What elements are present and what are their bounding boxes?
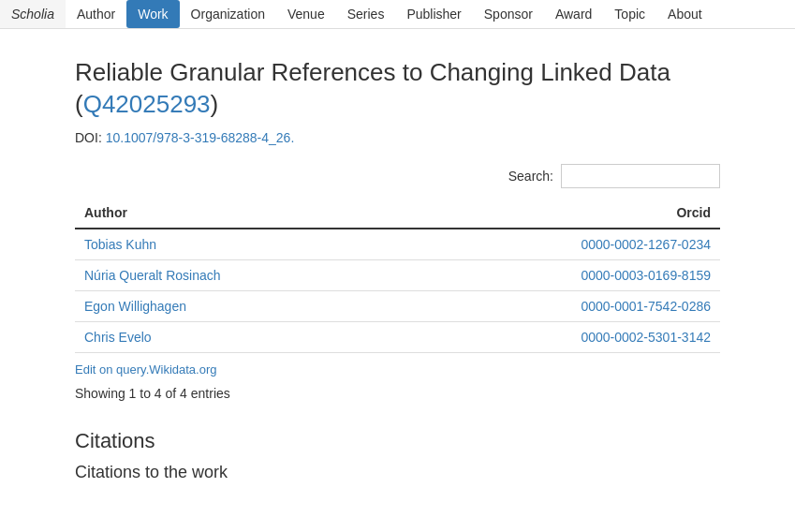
main-content: Reliable Granular References to Changing… bbox=[0, 29, 795, 510]
orcid-link[interactable]: 0000-0001-7542-0286 bbox=[581, 299, 711, 314]
search-label: Search: bbox=[508, 169, 553, 184]
author-link[interactable]: Núria Queralt Rosinach bbox=[84, 268, 221, 283]
author-cell: Egon Willighagen bbox=[75, 290, 405, 321]
table-row: Chris Evelo0000-0002-5301-3142 bbox=[75, 321, 720, 352]
nav-item-about[interactable]: About bbox=[656, 0, 714, 28]
citations-heading: Citations bbox=[75, 429, 720, 453]
orcid-link[interactable]: 0000-0003-0169-8159 bbox=[581, 268, 711, 283]
nav-item-publisher[interactable]: Publisher bbox=[395, 0, 472, 28]
main-nav: ScholiaAuthorWorkOrganizationVenueSeries… bbox=[0, 0, 795, 29]
nav-item-series[interactable]: Series bbox=[336, 0, 396, 28]
col-orcid-header: Orcid bbox=[405, 198, 720, 229]
author-cell: Tobias Kuhn bbox=[75, 229, 405, 260]
nav-item-scholia[interactable]: Scholia bbox=[0, 0, 66, 28]
col-author-header: Author bbox=[75, 198, 405, 229]
author-link[interactable]: Chris Evelo bbox=[84, 330, 152, 345]
orcid-cell: 0000-0002-1267-0234 bbox=[405, 229, 720, 260]
author-link[interactable]: Egon Willighagen bbox=[84, 299, 186, 314]
orcid-link[interactable]: 0000-0002-5301-3142 bbox=[581, 330, 711, 345]
nav-item-venue[interactable]: Venue bbox=[276, 0, 336, 28]
author-cell: Chris Evelo bbox=[75, 321, 405, 352]
table-header-row: Author Orcid bbox=[75, 198, 720, 229]
table-row: Egon Willighagen0000-0001-7542-0286 bbox=[75, 290, 720, 321]
author-link[interactable]: Tobias Kuhn bbox=[84, 237, 156, 252]
author-cell: Núria Queralt Rosinach bbox=[75, 259, 405, 290]
nav-item-sponsor[interactable]: Sponsor bbox=[473, 0, 544, 28]
qid-link[interactable]: Q42025293 bbox=[83, 90, 211, 118]
table-row: Tobias Kuhn0000-0002-1267-0234 bbox=[75, 229, 720, 260]
edit-query-link[interactable]: Edit on query.Wikidata.org bbox=[75, 362, 720, 377]
search-bar: Search: bbox=[75, 164, 720, 188]
orcid-cell: 0000-0001-7542-0286 bbox=[405, 290, 720, 321]
table-row: Núria Queralt Rosinach0000-0003-0169-815… bbox=[75, 259, 720, 290]
search-input[interactable] bbox=[561, 164, 720, 188]
showing-text: Showing 1 to 4 of 4 entries bbox=[75, 386, 720, 401]
doi-label: DOI: bbox=[75, 130, 102, 145]
nav-item-award[interactable]: Award bbox=[544, 0, 603, 28]
title-suffix: ) bbox=[211, 90, 219, 118]
orcid-cell: 0000-0002-5301-3142 bbox=[405, 321, 720, 352]
citations-sub: Citations to the work bbox=[75, 463, 720, 482]
nav-item-work[interactable]: Work bbox=[126, 0, 179, 28]
doi-line: DOI: 10.1007/978-3-319-68288-4_26. bbox=[75, 130, 720, 145]
nav-item-organization[interactable]: Organization bbox=[180, 0, 276, 28]
orcid-cell: 0000-0003-0169-8159 bbox=[405, 259, 720, 290]
nav-item-topic[interactable]: Topic bbox=[603, 0, 656, 28]
orcid-link[interactable]: 0000-0002-1267-0234 bbox=[581, 237, 711, 252]
page-title: Reliable Granular References to Changing… bbox=[75, 57, 720, 121]
authors-table: Author Orcid Tobias Kuhn0000-0002-1267-0… bbox=[75, 198, 720, 353]
nav-item-author[interactable]: Author bbox=[66, 0, 126, 28]
doi-link[interactable]: 10.1007/978-3-319-68288-4_26. bbox=[106, 130, 295, 145]
